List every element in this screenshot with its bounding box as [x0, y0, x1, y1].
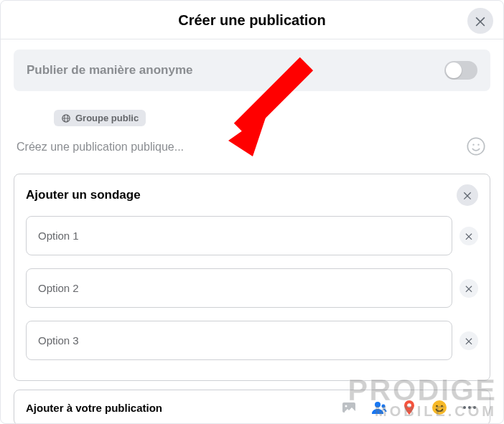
- close-icon: [464, 336, 474, 346]
- svg-point-6: [382, 405, 386, 408]
- audience-label: Groupe public: [75, 113, 139, 123]
- create-post-modal: Créer une publication Publier de manière…: [0, 0, 504, 424]
- svg-point-10: [441, 405, 443, 407]
- more-icon: [463, 406, 476, 409]
- add-to-post-label: Ajouter à votre publication: [26, 402, 162, 414]
- tag-people-icon: [370, 399, 388, 416]
- composer-placeholder: Créez une publication publique...: [17, 141, 487, 154]
- close-icon: [464, 283, 474, 293]
- emoji-picker-button[interactable]: [466, 136, 486, 156]
- poll-option-row: [26, 321, 478, 360]
- svg-point-7: [407, 403, 411, 407]
- anonymous-toggle[interactable]: [444, 61, 477, 80]
- tag-people-button[interactable]: [370, 399, 388, 416]
- smiley-icon: [466, 136, 486, 156]
- poll-option-row: [26, 268, 478, 308]
- poll-option-input[interactable]: [26, 216, 452, 255]
- more-options-button[interactable]: [461, 399, 478, 416]
- poll-option-input[interactable]: [26, 321, 452, 360]
- poll-header: Ajouter un sondage: [26, 184, 478, 206]
- svg-point-5: [375, 402, 381, 407]
- close-icon: [464, 231, 474, 241]
- add-to-post-bar: Ajouter à votre publication: [14, 390, 490, 423]
- poll-title: Ajouter un sondage: [26, 188, 141, 202]
- audience-row: Groupe public: [14, 110, 490, 126]
- svg-point-2: [477, 144, 479, 146]
- composer-area[interactable]: Créez une publication publique...: [14, 141, 490, 169]
- audience-selector[interactable]: Groupe public: [54, 110, 146, 126]
- feeling-icon: [431, 399, 448, 416]
- check-in-button[interactable]: [401, 399, 418, 416]
- poll-option-remove-button[interactable]: [459, 279, 478, 298]
- anonymous-label: Publier de manière anonyme: [27, 63, 192, 77]
- modal-title: Créer une publication: [1, 12, 503, 29]
- close-button[interactable]: [467, 8, 493, 34]
- photo-icon: [340, 399, 358, 416]
- poll-option-input[interactable]: [26, 268, 452, 308]
- svg-point-9: [436, 405, 438, 407]
- close-icon: [473, 14, 487, 28]
- toggle-knob: [446, 62, 462, 78]
- svg-point-4: [345, 405, 347, 407]
- close-icon: [462, 189, 473, 201]
- poll-card: Ajouter un sondage: [14, 174, 490, 381]
- svg-point-1: [472, 144, 474, 146]
- modal-header: Créer une publication: [1, 1, 503, 39]
- poll-close-button[interactable]: [457, 184, 478, 206]
- svg-point-0: [467, 138, 484, 154]
- poll-option-row: [26, 216, 478, 255]
- add-to-post-icons: [340, 399, 478, 416]
- modal-body: Publier de manière anonyme Groupe public…: [1, 39, 503, 423]
- location-pin-icon: [401, 399, 418, 416]
- photo-video-button[interactable]: [340, 399, 358, 416]
- poll-option-remove-button[interactable]: [459, 331, 478, 350]
- globe-icon: [61, 113, 71, 123]
- anonymous-row: Publier de manière anonyme: [14, 50, 490, 91]
- poll-option-remove-button[interactable]: [459, 227, 478, 245]
- feeling-button[interactable]: [431, 399, 448, 416]
- svg-point-8: [432, 400, 447, 415]
